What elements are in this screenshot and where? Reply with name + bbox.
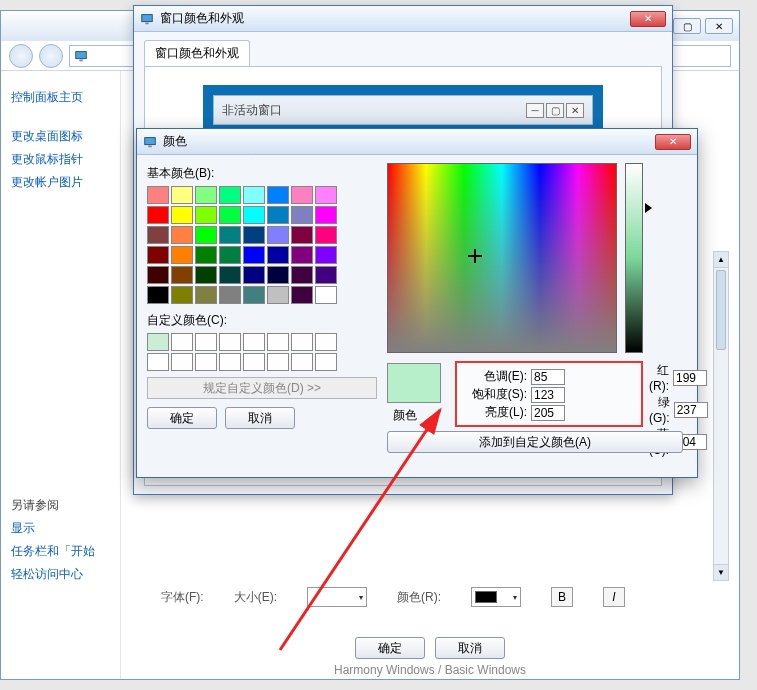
close-button[interactable]: ✕ bbox=[705, 18, 733, 34]
lum-input[interactable] bbox=[531, 405, 565, 421]
size-combo[interactable]: ▾ bbox=[307, 587, 367, 607]
basic-color-swatch[interactable] bbox=[267, 226, 289, 244]
hue-input[interactable] bbox=[531, 369, 565, 385]
custom-color-swatch[interactable] bbox=[219, 353, 241, 371]
color-combo[interactable]: ▾ bbox=[471, 587, 521, 607]
basic-color-swatch[interactable] bbox=[267, 286, 289, 304]
see-also-display[interactable]: 显示 bbox=[11, 520, 110, 537]
custom-color-swatch[interactable] bbox=[291, 333, 313, 351]
add-to-custom-colors-button[interactable]: 添加到自定义颜色(A) bbox=[387, 431, 683, 453]
basic-color-swatch[interactable] bbox=[171, 266, 193, 284]
basic-color-swatch[interactable] bbox=[171, 246, 193, 264]
hue-sat-gradient[interactable] bbox=[387, 163, 617, 353]
maximize-button[interactable]: ▢ bbox=[673, 18, 701, 34]
basic-color-swatch[interactable] bbox=[147, 206, 169, 224]
basic-color-swatch[interactable] bbox=[315, 226, 337, 244]
basic-color-swatch[interactable] bbox=[195, 186, 217, 204]
ok-button[interactable]: 确定 bbox=[355, 637, 425, 659]
custom-color-swatch[interactable] bbox=[195, 333, 217, 351]
nav-forward-button[interactable] bbox=[39, 44, 63, 68]
scroll-down-arrow[interactable]: ▼ bbox=[714, 564, 728, 580]
basic-color-swatch[interactable] bbox=[291, 286, 313, 304]
basic-color-swatch[interactable] bbox=[291, 266, 313, 284]
custom-color-swatch[interactable] bbox=[171, 333, 193, 351]
basic-color-swatch[interactable] bbox=[291, 186, 313, 204]
sidebar-item-mouse-pointer[interactable]: 更改鼠标指针 bbox=[11, 151, 110, 168]
luminance-pointer[interactable] bbox=[645, 203, 652, 213]
win1-close-button[interactable]: ✕ bbox=[630, 11, 666, 27]
vertical-scrollbar[interactable]: ▲ ▼ bbox=[713, 251, 729, 581]
basic-color-swatch[interactable] bbox=[243, 226, 265, 244]
luminance-bar[interactable] bbox=[625, 163, 643, 353]
basic-color-swatch[interactable] bbox=[315, 246, 337, 264]
define-custom-colors-button[interactable]: 规定自定义颜色(D) >> bbox=[147, 377, 377, 399]
basic-color-swatch[interactable] bbox=[243, 186, 265, 204]
basic-color-swatch[interactable] bbox=[147, 186, 169, 204]
custom-color-swatch[interactable] bbox=[243, 333, 265, 351]
basic-color-swatch[interactable] bbox=[219, 186, 241, 204]
see-also-taskbar[interactable]: 任务栏和「开始 bbox=[11, 543, 110, 560]
sidebar-item-account-picture[interactable]: 更改帐户图片 bbox=[11, 174, 110, 191]
basic-color-swatch[interactable] bbox=[147, 226, 169, 244]
basic-color-swatch[interactable] bbox=[219, 266, 241, 284]
basic-color-swatch[interactable] bbox=[171, 186, 193, 204]
nav-back-button[interactable] bbox=[9, 44, 33, 68]
basic-color-swatch[interactable] bbox=[219, 246, 241, 264]
basic-color-swatch[interactable] bbox=[267, 266, 289, 284]
basic-color-swatch[interactable] bbox=[291, 246, 313, 264]
basic-color-swatch[interactable] bbox=[147, 246, 169, 264]
bold-button[interactable]: B bbox=[551, 587, 573, 607]
basic-color-swatch[interactable] bbox=[267, 206, 289, 224]
custom-color-swatch[interactable] bbox=[147, 333, 169, 351]
custom-color-swatch[interactable] bbox=[147, 353, 169, 371]
basic-color-swatch[interactable] bbox=[243, 266, 265, 284]
basic-color-swatch[interactable] bbox=[195, 266, 217, 284]
basic-color-swatch[interactable] bbox=[267, 186, 289, 204]
basic-color-swatch[interactable] bbox=[267, 246, 289, 264]
basic-color-swatch[interactable] bbox=[171, 286, 193, 304]
gradient-crosshair[interactable] bbox=[468, 249, 482, 263]
g-input[interactable] bbox=[674, 402, 708, 418]
color-dlg-close-button[interactable]: ✕ bbox=[655, 134, 691, 150]
custom-color-swatch[interactable] bbox=[171, 353, 193, 371]
custom-color-swatch[interactable] bbox=[195, 353, 217, 371]
basic-color-swatch[interactable] bbox=[315, 286, 337, 304]
sat-input[interactable] bbox=[531, 387, 565, 403]
basic-color-swatch[interactable] bbox=[195, 246, 217, 264]
color-cancel-button[interactable]: 取消 bbox=[225, 407, 295, 429]
basic-color-swatch[interactable] bbox=[195, 226, 217, 244]
sidebar-item-desktop-icons[interactable]: 更改桌面图标 bbox=[11, 128, 110, 145]
color-ok-button[interactable]: 确定 bbox=[147, 407, 217, 429]
tab-window-color[interactable]: 窗口颜色和外观 bbox=[144, 40, 250, 66]
scroll-up-arrow[interactable]: ▲ bbox=[714, 252, 728, 268]
scroll-thumb[interactable] bbox=[716, 270, 726, 350]
basic-color-swatch[interactable] bbox=[195, 286, 217, 304]
basic-color-swatch[interactable] bbox=[219, 206, 241, 224]
basic-color-swatch[interactable] bbox=[315, 266, 337, 284]
basic-color-swatch[interactable] bbox=[147, 286, 169, 304]
custom-color-swatch[interactable] bbox=[243, 353, 265, 371]
custom-color-swatch[interactable] bbox=[267, 333, 289, 351]
basic-color-swatch[interactable] bbox=[243, 246, 265, 264]
custom-color-swatch[interactable] bbox=[291, 353, 313, 371]
basic-color-swatch[interactable] bbox=[291, 206, 313, 224]
basic-color-swatch[interactable] bbox=[315, 186, 337, 204]
basic-color-swatch[interactable] bbox=[195, 206, 217, 224]
custom-color-swatch[interactable] bbox=[315, 353, 337, 371]
cancel-button[interactable]: 取消 bbox=[435, 637, 505, 659]
basic-color-swatch[interactable] bbox=[219, 226, 241, 244]
basic-color-swatch[interactable] bbox=[291, 226, 313, 244]
custom-color-swatch[interactable] bbox=[315, 333, 337, 351]
italic-button[interactable]: I bbox=[603, 587, 625, 607]
basic-color-swatch[interactable] bbox=[171, 226, 193, 244]
see-also-ease[interactable]: 轻松访问中心 bbox=[11, 566, 110, 583]
custom-color-swatch[interactable] bbox=[219, 333, 241, 351]
custom-color-swatch[interactable] bbox=[267, 353, 289, 371]
r-input[interactable] bbox=[673, 370, 707, 386]
basic-color-swatch[interactable] bbox=[243, 206, 265, 224]
basic-color-swatch[interactable] bbox=[219, 286, 241, 304]
basic-color-swatch[interactable] bbox=[315, 206, 337, 224]
sidebar-home[interactable]: 控制面板主页 bbox=[11, 89, 110, 106]
basic-color-swatch[interactable] bbox=[243, 286, 265, 304]
basic-color-swatch[interactable] bbox=[147, 266, 169, 284]
